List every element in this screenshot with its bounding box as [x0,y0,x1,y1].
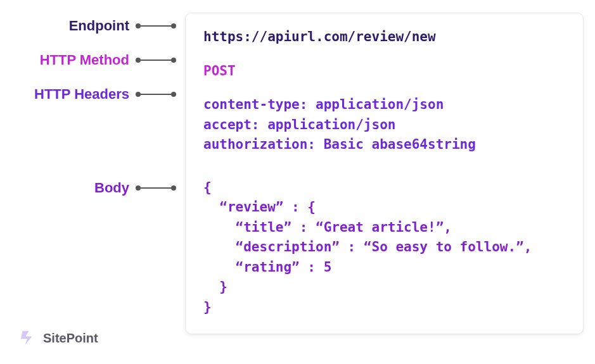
label-headers-text: HTTP Headers [34,87,129,101]
brand-name: SitePoint [43,331,98,346]
connector-icon [136,185,176,191]
brand-logo: SitePoint [18,329,98,348]
connector-icon [136,23,176,28]
request-card: https://apiurl.com/review/new POST conte… [185,13,584,334]
body-line: “rating” : 5 [203,258,565,278]
endpoint-url: https://apiurl.com/review/new [203,27,565,47]
header-line: authorization: Basic abase64string [203,135,565,155]
label-body: Body [11,181,176,195]
label-endpoint-text: Endpoint [69,19,129,33]
body-line: { [203,178,565,198]
body-line: } [203,277,565,298]
header-line: accept: application/json [203,115,565,135]
connector-icon [136,58,176,63]
labels-column: Endpoint HTTP Method HTTP Headers Body [11,13,176,334]
diagram-container: Endpoint HTTP Method HTTP Headers Body [0,0,595,341]
label-headers: HTTP Headers [11,87,176,101]
label-endpoint: Endpoint [11,19,176,33]
http-method: POST [203,61,565,82]
label-body-text: Body [94,181,129,195]
body-line: “description” : “So easy to follow.”, [203,237,565,258]
header-line: content-type: application/json [203,95,565,115]
body-line: } [203,298,565,318]
label-method-text: HTTP Method [40,53,129,67]
sitepoint-icon [18,329,37,348]
body-line: “review” : { [203,198,565,218]
connector-icon [136,92,176,97]
label-method: HTTP Method [11,53,176,67]
body-line: “title” : “Great article!”, [203,218,565,238]
